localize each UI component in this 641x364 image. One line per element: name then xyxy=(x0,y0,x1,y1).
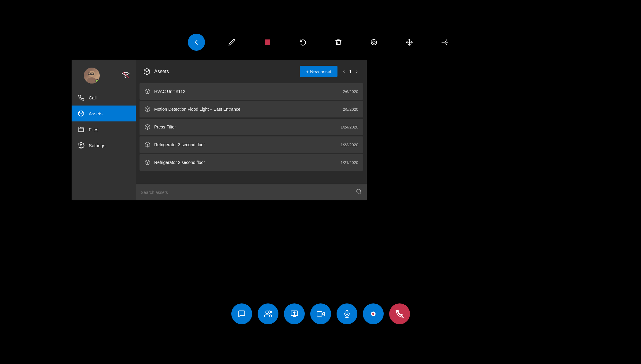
search-input[interactable] xyxy=(141,190,352,195)
pen-button[interactable] xyxy=(223,34,240,51)
undo-icon xyxy=(299,39,307,46)
new-asset-button[interactable]: + New asset xyxy=(300,66,337,77)
asset-list-item[interactable]: Press Filter 1/24/2020 xyxy=(140,119,363,135)
settings-icon xyxy=(78,142,84,149)
assets-icon xyxy=(78,110,84,117)
page-number: 1 xyxy=(349,69,352,74)
asset-item-left: HVAC Unit #112 xyxy=(144,88,185,95)
svg-rect-1 xyxy=(265,39,270,45)
sidebar-top-row xyxy=(72,68,136,84)
svg-point-24 xyxy=(80,144,82,146)
sidebar-item-assets-label: Assets xyxy=(89,111,102,116)
asset-item-icon xyxy=(144,159,151,165)
participants-button[interactable] xyxy=(258,303,278,324)
square-button[interactable] xyxy=(259,34,276,51)
asset-list-item[interactable]: Refrigerator 2 second floor 1/21/2020 xyxy=(140,154,363,171)
asset-item-date: 1/23/2020 xyxy=(341,143,358,147)
target-button[interactable] xyxy=(365,34,382,51)
asset-item-name: Refrigerator 3 second floor xyxy=(154,142,205,147)
avatar-status xyxy=(95,79,99,83)
svg-point-31 xyxy=(357,189,361,193)
svg-point-19 xyxy=(125,77,126,78)
record-button[interactable] xyxy=(363,303,384,324)
svg-point-3 xyxy=(373,41,375,43)
target-icon xyxy=(370,39,378,46)
camera-icon xyxy=(317,310,325,318)
asset-list-item[interactable]: Refrigerator 3 second floor 1/23/2020 xyxy=(140,136,363,153)
asset-item-left: Motion Detection Flood Light – East Entr… xyxy=(144,106,240,112)
sidebar-item-settings[interactable]: Settings xyxy=(72,137,136,153)
next-page-button[interactable]: › xyxy=(354,67,360,76)
asset-item-icon xyxy=(144,88,151,95)
asset-item-icon xyxy=(144,106,151,112)
assets-header: Assets + New asset ‹ 1 › xyxy=(136,60,367,83)
undo-button[interactable] xyxy=(294,34,311,51)
asset-item-icon xyxy=(144,142,151,148)
svg-point-33 xyxy=(266,311,268,314)
search-bar xyxy=(136,184,367,200)
avatar xyxy=(84,68,100,84)
end-call-button[interactable] xyxy=(389,303,410,324)
asset-item-name: HVAC Unit #112 xyxy=(154,89,185,94)
svg-rect-23 xyxy=(79,128,84,132)
pin-button[interactable] xyxy=(436,34,453,51)
record-icon xyxy=(369,310,377,318)
svg-marker-39 xyxy=(322,312,324,316)
svg-line-12 xyxy=(445,40,447,42)
sidebar-item-assets[interactable]: Assets xyxy=(72,106,136,121)
move-button[interactable] xyxy=(401,34,418,51)
svg-point-14 xyxy=(89,71,95,77)
chat-button[interactable] xyxy=(231,303,252,324)
new-asset-label: + New asset xyxy=(306,69,331,74)
camera-button[interactable] xyxy=(310,303,331,324)
sidebar-item-settings-label: Settings xyxy=(89,143,105,148)
pen-icon xyxy=(228,39,236,46)
asset-item-date: 1/24/2020 xyxy=(341,125,358,129)
assets-title: Assets xyxy=(143,68,169,75)
screenshare-icon xyxy=(290,310,298,318)
svg-line-32 xyxy=(360,193,361,194)
app-container: Call Assets Files Settings xyxy=(72,60,367,200)
wifi-icon xyxy=(122,71,130,79)
pagination: ‹ 1 › xyxy=(341,67,360,76)
wifi-status xyxy=(122,71,130,80)
square-icon xyxy=(264,39,271,46)
asset-item-name: Refrigerator 2 second floor xyxy=(154,160,205,165)
sidebar-item-files[interactable]: Files xyxy=(72,121,136,137)
sidebar-item-files-label: Files xyxy=(89,127,99,132)
back-icon xyxy=(193,39,200,46)
mic-button[interactable] xyxy=(337,303,357,324)
top-toolbar xyxy=(188,34,453,51)
asset-list-item[interactable]: HVAC Unit #112 2/6/2020 xyxy=(140,83,363,100)
screenshare-button[interactable] xyxy=(284,303,305,324)
asset-list-item[interactable]: Motion Detection Flood Light – East Entr… xyxy=(140,101,363,117)
files-icon xyxy=(78,126,84,133)
asset-item-name: Motion Detection Flood Light – East Entr… xyxy=(154,107,240,112)
end-call-icon xyxy=(396,310,404,318)
chat-icon xyxy=(238,310,246,318)
sidebar: Call Assets Files Settings xyxy=(72,60,136,200)
assets-header-icon xyxy=(143,68,151,75)
asset-item-left: Press Filter xyxy=(144,124,176,130)
back-button[interactable] xyxy=(188,34,205,51)
asset-item-date: 2/6/2020 xyxy=(343,89,358,94)
asset-item-date: 1/21/2020 xyxy=(341,160,358,165)
search-icon xyxy=(356,188,362,195)
prev-page-button[interactable]: ‹ xyxy=(341,67,347,76)
sidebar-item-call[interactable]: Call xyxy=(72,90,136,106)
delete-button[interactable] xyxy=(330,34,347,51)
delete-icon xyxy=(335,39,342,46)
call-icon xyxy=(78,94,84,101)
participants-icon xyxy=(264,310,272,318)
svg-point-44 xyxy=(372,313,374,315)
asset-list: HVAC Unit #112 2/6/2020 Motion Detection… xyxy=(136,83,367,184)
bottom-controls xyxy=(231,303,410,324)
sidebar-item-call-label: Call xyxy=(89,95,97,100)
svg-line-13 xyxy=(445,42,447,45)
asset-item-name: Press Filter xyxy=(154,124,176,129)
asset-item-icon xyxy=(144,124,151,130)
svg-rect-40 xyxy=(317,311,322,316)
asset-item-left: Refrigerator 3 second floor xyxy=(144,142,205,148)
asset-item-date: 2/5/2020 xyxy=(343,107,358,112)
search-button[interactable] xyxy=(356,188,362,196)
